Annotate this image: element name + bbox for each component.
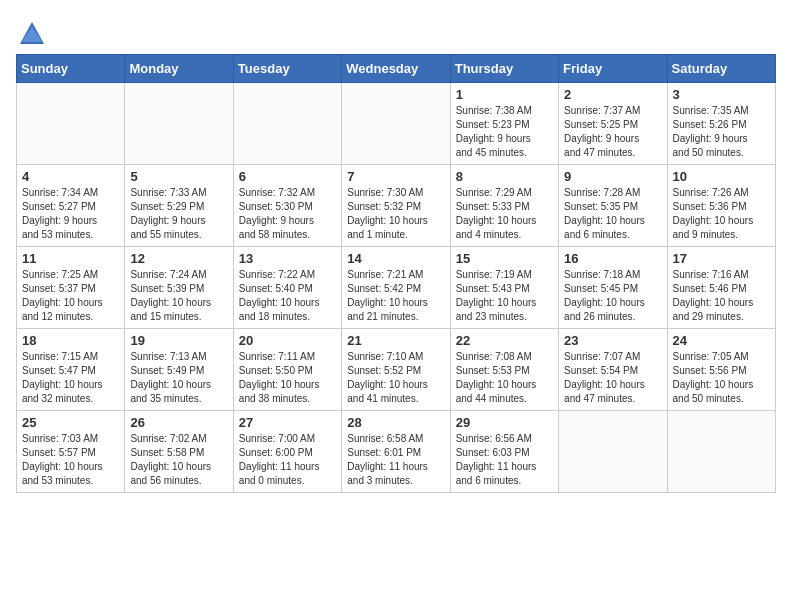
calendar-table: SundayMondayTuesdayWednesdayThursdayFrid… <box>16 54 776 493</box>
svg-marker-1 <box>22 26 42 42</box>
day-number: 8 <box>456 169 553 184</box>
calendar-cell: 16Sunrise: 7:18 AM Sunset: 5:45 PM Dayli… <box>559 247 667 329</box>
day-info: Sunrise: 7:29 AM Sunset: 5:33 PM Dayligh… <box>456 186 553 242</box>
day-number: 22 <box>456 333 553 348</box>
calendar-cell: 26Sunrise: 7:02 AM Sunset: 5:58 PM Dayli… <box>125 411 233 493</box>
logo-icon <box>18 20 46 48</box>
calendar-cell: 29Sunrise: 6:56 AM Sunset: 6:03 PM Dayli… <box>450 411 558 493</box>
calendar-cell: 20Sunrise: 7:11 AM Sunset: 5:50 PM Dayli… <box>233 329 341 411</box>
calendar-header-monday: Monday <box>125 55 233 83</box>
calendar-cell: 17Sunrise: 7:16 AM Sunset: 5:46 PM Dayli… <box>667 247 775 329</box>
calendar-cell: 11Sunrise: 7:25 AM Sunset: 5:37 PM Dayli… <box>17 247 125 329</box>
day-number: 23 <box>564 333 661 348</box>
header-area <box>16 16 776 44</box>
calendar-header-friday: Friday <box>559 55 667 83</box>
day-info: Sunrise: 7:37 AM Sunset: 5:25 PM Dayligh… <box>564 104 661 160</box>
day-info: Sunrise: 7:28 AM Sunset: 5:35 PM Dayligh… <box>564 186 661 242</box>
day-number: 20 <box>239 333 336 348</box>
calendar-cell: 28Sunrise: 6:58 AM Sunset: 6:01 PM Dayli… <box>342 411 450 493</box>
day-number: 24 <box>673 333 770 348</box>
day-info: Sunrise: 7:19 AM Sunset: 5:43 PM Dayligh… <box>456 268 553 324</box>
day-info: Sunrise: 7:35 AM Sunset: 5:26 PM Dayligh… <box>673 104 770 160</box>
day-info: Sunrise: 7:10 AM Sunset: 5:52 PM Dayligh… <box>347 350 444 406</box>
logo <box>16 20 46 44</box>
day-info: Sunrise: 7:25 AM Sunset: 5:37 PM Dayligh… <box>22 268 119 324</box>
day-number: 5 <box>130 169 227 184</box>
day-number: 13 <box>239 251 336 266</box>
calendar-week-row: 1Sunrise: 7:38 AM Sunset: 5:23 PM Daylig… <box>17 83 776 165</box>
day-info: Sunrise: 7:00 AM Sunset: 6:00 PM Dayligh… <box>239 432 336 488</box>
day-number: 18 <box>22 333 119 348</box>
calendar-header-wednesday: Wednesday <box>342 55 450 83</box>
calendar-week-row: 11Sunrise: 7:25 AM Sunset: 5:37 PM Dayli… <box>17 247 776 329</box>
calendar-cell: 18Sunrise: 7:15 AM Sunset: 5:47 PM Dayli… <box>17 329 125 411</box>
calendar-week-row: 4Sunrise: 7:34 AM Sunset: 5:27 PM Daylig… <box>17 165 776 247</box>
day-number: 12 <box>130 251 227 266</box>
calendar-cell: 19Sunrise: 7:13 AM Sunset: 5:49 PM Dayli… <box>125 329 233 411</box>
calendar-cell <box>17 83 125 165</box>
day-number: 9 <box>564 169 661 184</box>
day-info: Sunrise: 7:33 AM Sunset: 5:29 PM Dayligh… <box>130 186 227 242</box>
day-info: Sunrise: 7:13 AM Sunset: 5:49 PM Dayligh… <box>130 350 227 406</box>
day-number: 17 <box>673 251 770 266</box>
calendar-cell: 3Sunrise: 7:35 AM Sunset: 5:26 PM Daylig… <box>667 83 775 165</box>
day-number: 7 <box>347 169 444 184</box>
day-number: 19 <box>130 333 227 348</box>
day-info: Sunrise: 7:03 AM Sunset: 5:57 PM Dayligh… <box>22 432 119 488</box>
calendar-cell: 25Sunrise: 7:03 AM Sunset: 5:57 PM Dayli… <box>17 411 125 493</box>
day-info: Sunrise: 7:22 AM Sunset: 5:40 PM Dayligh… <box>239 268 336 324</box>
calendar-cell: 27Sunrise: 7:00 AM Sunset: 6:00 PM Dayli… <box>233 411 341 493</box>
calendar-cell: 5Sunrise: 7:33 AM Sunset: 5:29 PM Daylig… <box>125 165 233 247</box>
day-info: Sunrise: 7:32 AM Sunset: 5:30 PM Dayligh… <box>239 186 336 242</box>
calendar-cell <box>342 83 450 165</box>
day-info: Sunrise: 7:02 AM Sunset: 5:58 PM Dayligh… <box>130 432 227 488</box>
day-number: 6 <box>239 169 336 184</box>
day-info: Sunrise: 7:18 AM Sunset: 5:45 PM Dayligh… <box>564 268 661 324</box>
day-number: 21 <box>347 333 444 348</box>
day-info: Sunrise: 7:26 AM Sunset: 5:36 PM Dayligh… <box>673 186 770 242</box>
day-info: Sunrise: 7:30 AM Sunset: 5:32 PM Dayligh… <box>347 186 444 242</box>
calendar-cell <box>667 411 775 493</box>
day-number: 25 <box>22 415 119 430</box>
day-number: 3 <box>673 87 770 102</box>
day-number: 11 <box>22 251 119 266</box>
day-number: 4 <box>22 169 119 184</box>
calendar-cell: 10Sunrise: 7:26 AM Sunset: 5:36 PM Dayli… <box>667 165 775 247</box>
calendar-cell: 21Sunrise: 7:10 AM Sunset: 5:52 PM Dayli… <box>342 329 450 411</box>
day-number: 1 <box>456 87 553 102</box>
calendar-cell <box>559 411 667 493</box>
calendar-cell: 12Sunrise: 7:24 AM Sunset: 5:39 PM Dayli… <box>125 247 233 329</box>
calendar-cell: 23Sunrise: 7:07 AM Sunset: 5:54 PM Dayli… <box>559 329 667 411</box>
calendar-cell: 4Sunrise: 7:34 AM Sunset: 5:27 PM Daylig… <box>17 165 125 247</box>
calendar-cell: 24Sunrise: 7:05 AM Sunset: 5:56 PM Dayli… <box>667 329 775 411</box>
day-info: Sunrise: 7:07 AM Sunset: 5:54 PM Dayligh… <box>564 350 661 406</box>
day-info: Sunrise: 7:24 AM Sunset: 5:39 PM Dayligh… <box>130 268 227 324</box>
day-number: 2 <box>564 87 661 102</box>
day-info: Sunrise: 7:05 AM Sunset: 5:56 PM Dayligh… <box>673 350 770 406</box>
calendar-cell: 15Sunrise: 7:19 AM Sunset: 5:43 PM Dayli… <box>450 247 558 329</box>
day-info: Sunrise: 7:34 AM Sunset: 5:27 PM Dayligh… <box>22 186 119 242</box>
calendar-header-tuesday: Tuesday <box>233 55 341 83</box>
calendar-cell: 9Sunrise: 7:28 AM Sunset: 5:35 PM Daylig… <box>559 165 667 247</box>
calendar-cell: 22Sunrise: 7:08 AM Sunset: 5:53 PM Dayli… <box>450 329 558 411</box>
calendar-header-row: SundayMondayTuesdayWednesdayThursdayFrid… <box>17 55 776 83</box>
day-number: 26 <box>130 415 227 430</box>
calendar-cell: 8Sunrise: 7:29 AM Sunset: 5:33 PM Daylig… <box>450 165 558 247</box>
calendar-cell: 7Sunrise: 7:30 AM Sunset: 5:32 PM Daylig… <box>342 165 450 247</box>
calendar-cell: 6Sunrise: 7:32 AM Sunset: 5:30 PM Daylig… <box>233 165 341 247</box>
calendar-cell <box>125 83 233 165</box>
day-info: Sunrise: 7:15 AM Sunset: 5:47 PM Dayligh… <box>22 350 119 406</box>
calendar-cell: 13Sunrise: 7:22 AM Sunset: 5:40 PM Dayli… <box>233 247 341 329</box>
day-info: Sunrise: 7:38 AM Sunset: 5:23 PM Dayligh… <box>456 104 553 160</box>
calendar-cell: 2Sunrise: 7:37 AM Sunset: 5:25 PM Daylig… <box>559 83 667 165</box>
day-number: 28 <box>347 415 444 430</box>
calendar-cell <box>233 83 341 165</box>
day-info: Sunrise: 7:11 AM Sunset: 5:50 PM Dayligh… <box>239 350 336 406</box>
calendar-header-thursday: Thursday <box>450 55 558 83</box>
day-info: Sunrise: 7:16 AM Sunset: 5:46 PM Dayligh… <box>673 268 770 324</box>
calendar-cell: 1Sunrise: 7:38 AM Sunset: 5:23 PM Daylig… <box>450 83 558 165</box>
day-number: 10 <box>673 169 770 184</box>
day-info: Sunrise: 7:08 AM Sunset: 5:53 PM Dayligh… <box>456 350 553 406</box>
calendar-header-sunday: Sunday <box>17 55 125 83</box>
day-info: Sunrise: 6:58 AM Sunset: 6:01 PM Dayligh… <box>347 432 444 488</box>
